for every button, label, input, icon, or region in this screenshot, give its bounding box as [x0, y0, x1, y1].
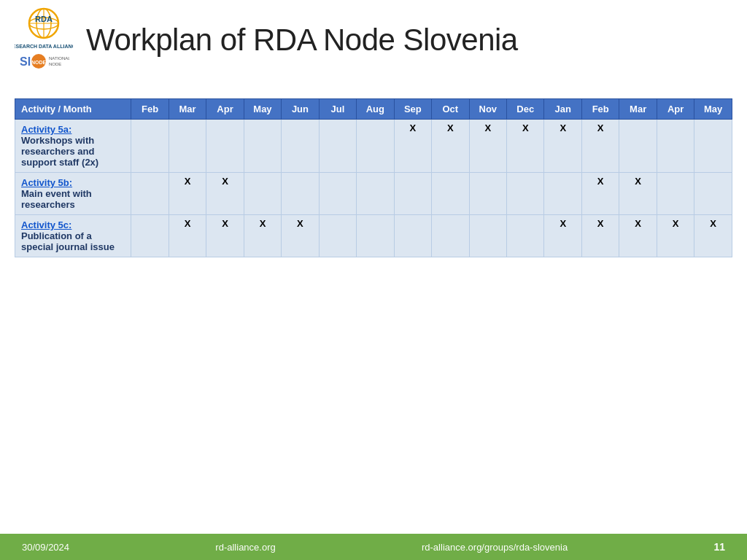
- header-apr1: Apr: [206, 99, 244, 120]
- header-nov: Nov: [469, 99, 506, 120]
- 5b-mar1: X: [169, 173, 206, 215]
- header-sep: Sep: [394, 99, 431, 120]
- header-may2: May: [694, 99, 732, 120]
- header-apr2: Apr: [657, 99, 694, 120]
- header-oct: Oct: [432, 99, 469, 120]
- 5c-feb1: [131, 215, 169, 257]
- 5a-mar2: [619, 120, 657, 173]
- footer-website1: rd-alliance.org: [215, 542, 275, 553]
- 5c-jun: X: [282, 215, 319, 257]
- 5a-aug: [357, 120, 394, 173]
- footer-website2: rd-alliance.org/groups/rda-slovenia: [422, 542, 568, 553]
- header-jan: Jan: [544, 99, 581, 120]
- header-mar1: Mar: [169, 99, 206, 120]
- main-content: Activity / Month Feb Mar Apr May Jun Jul…: [0, 77, 747, 257]
- activity-5c-cell: Activity 5c: Publication of a special jo…: [15, 215, 131, 257]
- 5b-may2: [694, 173, 732, 215]
- 5a-jun: [282, 120, 319, 173]
- 5c-mar2: X: [619, 215, 657, 257]
- table-row: Activity 5c: Publication of a special jo…: [15, 215, 732, 257]
- 5b-mar2: X: [619, 173, 657, 215]
- header-activity-month: Activity / Month: [15, 99, 131, 120]
- 5b-jan: [544, 173, 581, 215]
- activity-5a-link[interactable]: Activity 5a:: [21, 124, 71, 135]
- activity-5b-link[interactable]: Activity 5b:: [21, 177, 72, 188]
- activity-5a-desc: Workshops with researchers and support s…: [21, 135, 98, 168]
- 5b-dec: [507, 173, 544, 215]
- footer: 30/09/2024 rd-alliance.org rd-alliance.o…: [0, 534, 747, 560]
- header-dec: Dec: [507, 99, 544, 120]
- 5c-mar1: X: [169, 215, 206, 257]
- si-national-node-logo: SI NODE NATIONAL NODE: [18, 52, 69, 73]
- 5a-feb2: X: [581, 120, 619, 173]
- 5c-may1: X: [244, 215, 281, 257]
- 5a-mar1: [169, 120, 206, 173]
- 5a-feb1: [131, 120, 169, 173]
- 5a-jul: [319, 120, 356, 173]
- table-header-row: Activity / Month Feb Mar Apr May Jun Jul…: [15, 99, 732, 120]
- table-row: Activity 5b: Main event with researchers…: [15, 173, 732, 215]
- 5b-apr1: X: [206, 173, 244, 215]
- 5a-may1: [244, 120, 281, 173]
- 5a-nov: X: [469, 120, 506, 173]
- svg-text:NODE: NODE: [49, 62, 61, 66]
- 5b-aug: [357, 173, 394, 215]
- header-feb2: Feb: [581, 99, 619, 120]
- table-row: Activity 5a: Workshops with researchers …: [15, 120, 732, 173]
- rda-logo: RESEARCH DATA ALLIANCE RDA: [15, 7, 73, 51]
- header: RESEARCH DATA ALLIANCE RDA SI NODE NATIO…: [0, 0, 747, 77]
- 5b-oct: [432, 173, 469, 215]
- workplan-table: Activity / Month Feb Mar Apr May Jun Jul…: [15, 98, 732, 257]
- 5b-jul: [319, 173, 356, 215]
- 5c-jan: X: [544, 215, 581, 257]
- activity-5b-cell: Activity 5b: Main event with researchers: [15, 173, 131, 215]
- 5c-may2: X: [694, 215, 732, 257]
- header-aug: Aug: [357, 99, 394, 120]
- svg-text:NATIONAL: NATIONAL: [49, 56, 69, 61]
- activity-5b-desc: Main event with researchers: [21, 188, 92, 210]
- 5a-apr2: [657, 120, 694, 173]
- page-title: Workplan of RDA Node Slovenia: [86, 23, 518, 58]
- header-feb1: Feb: [131, 99, 169, 120]
- 5c-feb2: X: [581, 215, 619, 257]
- 5c-dec: [507, 215, 544, 257]
- 5c-sep: [394, 215, 431, 257]
- svg-text:NODE: NODE: [31, 60, 47, 65]
- 5a-dec: X: [507, 120, 544, 173]
- 5b-sep: [394, 173, 431, 215]
- svg-text:RDA: RDA: [35, 15, 53, 23]
- header-mar2: Mar: [619, 99, 657, 120]
- 5a-may2: [694, 120, 732, 173]
- activity-5a-cell: Activity 5a: Workshops with researchers …: [15, 120, 131, 173]
- 5a-sep: X: [394, 120, 431, 173]
- 5b-feb1: [131, 173, 169, 215]
- header-jun: Jun: [282, 99, 319, 120]
- footer-page-number: 11: [713, 541, 725, 553]
- logo-area: RESEARCH DATA ALLIANCE RDA SI NODE NATIO…: [15, 7, 73, 73]
- 5b-feb2: X: [581, 173, 619, 215]
- 5b-nov: [469, 173, 506, 215]
- 5a-jan: X: [544, 120, 581, 173]
- 5c-aug: [357, 215, 394, 257]
- activity-5c-desc: Publication of a special journal issue: [21, 230, 115, 252]
- 5c-apr2: X: [657, 215, 694, 257]
- 5a-apr1: [206, 120, 244, 173]
- 5c-apr1: X: [206, 215, 244, 257]
- 5b-jun: [282, 173, 319, 215]
- 5c-oct: [432, 215, 469, 257]
- header-jul: Jul: [319, 99, 356, 120]
- footer-date: 30/09/2024: [22, 542, 69, 553]
- 5c-jul: [319, 215, 356, 257]
- 5b-may1: [244, 173, 281, 215]
- 5a-oct: X: [432, 120, 469, 173]
- svg-text:SI: SI: [20, 55, 31, 68]
- 5b-apr2: [657, 173, 694, 215]
- 5c-nov: [469, 215, 506, 257]
- activity-5c-link[interactable]: Activity 5c:: [21, 219, 71, 230]
- header-may1: May: [244, 99, 281, 120]
- svg-text:RESEARCH DATA ALLIANCE: RESEARCH DATA ALLIANCE: [15, 44, 73, 49]
